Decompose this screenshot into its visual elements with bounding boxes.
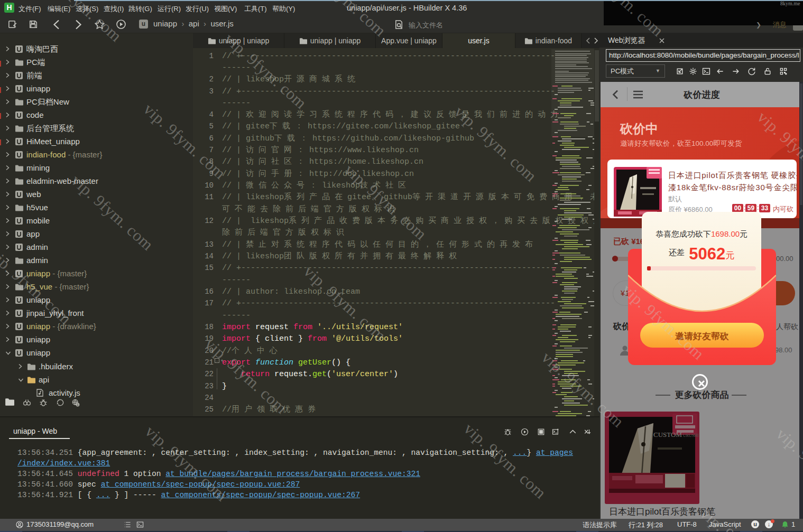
svg-text:邀请好友帮砍: 邀请好友帮砍 (675, 331, 729, 341)
